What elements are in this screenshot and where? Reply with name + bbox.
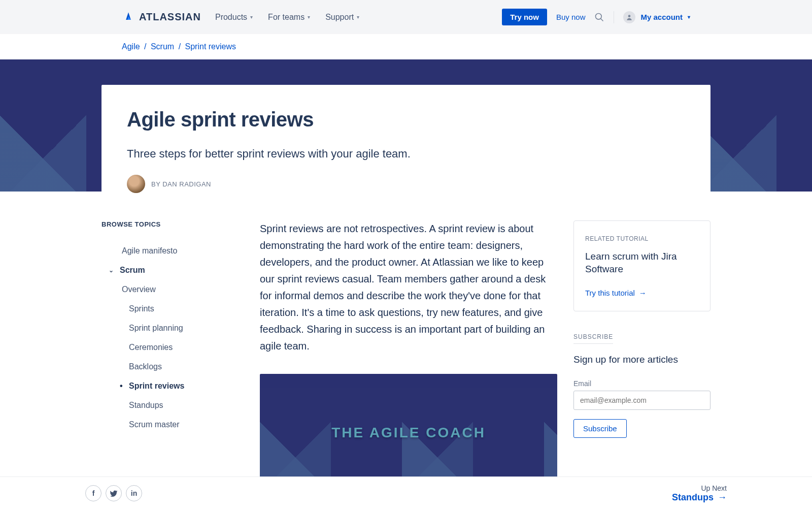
my-account[interactable]: My account ▾ — [623, 11, 690, 23]
subscribe-block: SUBSCRIBE Sign up for more articles Emai… — [573, 332, 710, 438]
video-title: THE AGILE COACH — [260, 425, 557, 441]
author-avatar — [127, 175, 145, 193]
breadcrumb-agile[interactable]: Agile — [122, 42, 140, 51]
email-input[interactable] — [573, 391, 710, 410]
nav-products[interactable]: Products▾ — [215, 13, 253, 22]
sidebar-item-scrum[interactable]: ⌄ Scrum — [101, 261, 244, 280]
nav-for-teams[interactable]: For teams▾ — [268, 13, 310, 22]
sidebar-item-standups[interactable]: Standups — [101, 396, 244, 415]
up-next: Up Next Standups → — [672, 484, 727, 503]
page-subtitle: Three steps for better sprint reviews wi… — [127, 147, 685, 161]
arrow-right-icon: → — [639, 289, 647, 297]
sidebar-item-overview[interactable]: Overview — [101, 280, 244, 299]
arrow-right-icon: → — [718, 492, 727, 503]
breadcrumb-row: Agile / Scrum / Sprint reviews — [0, 34, 812, 59]
related-label: RELATED TUTORIAL — [585, 235, 699, 242]
up-next-label: Up Next — [672, 484, 727, 492]
atlassian-logo-icon — [122, 11, 135, 24]
nav-support[interactable]: Support▾ — [325, 13, 359, 22]
author-row: BY DAN RADIGAN — [127, 175, 685, 193]
subscribe-button[interactable]: Subscribe — [573, 419, 627, 438]
bottom-bar: f in Up Next Standups → — [0, 476, 812, 509]
chevron-down-icon: ▾ — [357, 14, 359, 20]
sidebar-item-backlogs[interactable]: Backlogs — [101, 357, 244, 376]
article-intro: Sprint reviews are not retrospectives. A… — [260, 220, 557, 355]
related-tutorial-card: RELATED TUTORIAL Learn scrum with Jira S… — [573, 220, 710, 311]
svg-line-1 — [601, 18, 603, 21]
up-next-link[interactable]: Standups → — [672, 492, 727, 503]
buy-now-link[interactable]: Buy now — [556, 13, 586, 21]
search-icon[interactable] — [594, 12, 604, 22]
sidebar-item-scrum-master[interactable]: Scrum master — [101, 415, 244, 434]
sidebar-item-sprints[interactable]: Sprints — [101, 299, 244, 319]
top-nav: ATLASSIAN Products▾ For teams▾ Support▾ … — [0, 0, 812, 34]
hero-card: Agile sprint reviews Three steps for bet… — [101, 85, 710, 208]
author-byline: BY DAN RADIGAN — [151, 180, 211, 188]
article: Sprint reviews are not retrospectives. A… — [260, 220, 557, 509]
chevron-down-icon: ▾ — [250, 14, 253, 20]
right-rail: RELATED TUTORIAL Learn scrum with Jira S… — [573, 220, 710, 509]
sidebar-item-ceremonies[interactable]: Ceremonies — [101, 338, 244, 357]
subscribe-label: SUBSCRIBE — [573, 333, 613, 344]
share-twitter[interactable] — [106, 485, 122, 501]
breadcrumb-sprint-reviews[interactable]: Sprint reviews — [185, 42, 236, 51]
breadcrumb: Agile / Scrum / Sprint reviews — [117, 34, 695, 59]
share-facebook[interactable]: f — [85, 485, 101, 501]
sidebar-heading: BROWSE TOPICS — [101, 220, 244, 228]
related-title: Learn scrum with Jira Software — [585, 250, 699, 275]
twitter-icon — [110, 490, 117, 497]
avatar-icon — [623, 11, 635, 23]
svg-point-2 — [628, 15, 631, 17]
chevron-down-icon: ▾ — [308, 14, 310, 20]
logo[interactable]: ATLASSIAN — [122, 11, 201, 24]
chevron-down-icon: ⌄ — [109, 267, 114, 274]
sidebar-item-sprint-planning[interactable]: Sprint planning — [101, 319, 244, 338]
related-cta[interactable]: Try this tutorial → — [585, 289, 647, 297]
try-now-button[interactable]: Try now — [502, 9, 547, 25]
social-row: f in — [85, 485, 142, 501]
subscribe-title: Sign up for more articles — [573, 354, 710, 365]
divider — [614, 11, 614, 23]
sidebar-item-sprint-reviews[interactable]: Sprint reviews — [101, 376, 244, 396]
share-linkedin[interactable]: in — [126, 485, 142, 501]
sidebar-item-agile-manifesto[interactable]: Agile manifesto — [101, 241, 244, 261]
email-label: Email — [573, 379, 710, 388]
chevron-down-icon: ▾ — [688, 14, 690, 20]
logo-text: ATLASSIAN — [139, 11, 201, 23]
svg-point-0 — [596, 13, 602, 19]
breadcrumb-scrum[interactable]: Scrum — [151, 42, 174, 51]
topics-sidebar: BROWSE TOPICS Agile manifesto ⌄ Scrum Ov… — [101, 220, 244, 509]
page-title: Agile sprint reviews — [127, 108, 685, 131]
